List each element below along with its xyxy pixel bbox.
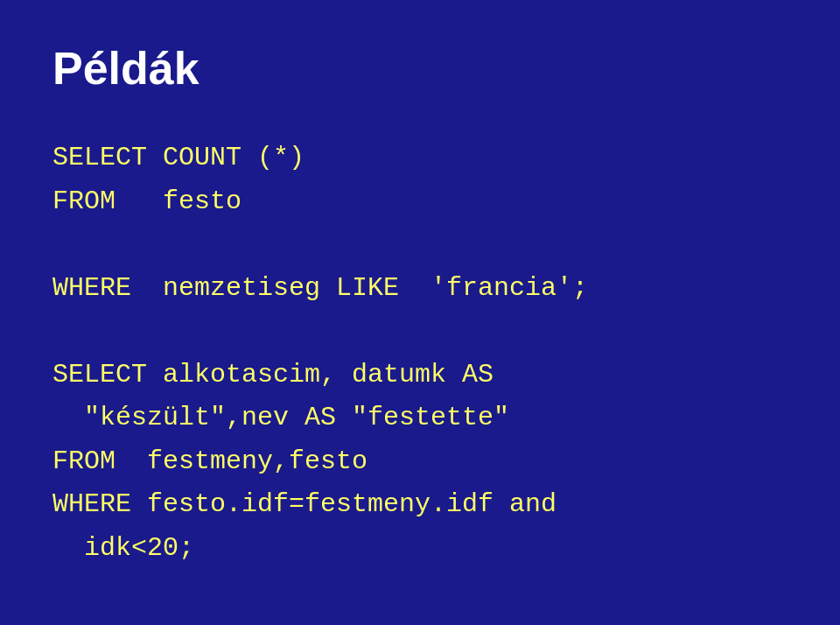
code-block: SELECT COUNT (*) FROM festo WHERE nemzet… bbox=[52, 137, 788, 570]
code-line-6: SELECT alkotascim, datumk AS bbox=[52, 360, 494, 390]
code-line-9: WHERE festo.idf=festmeny.idf and bbox=[52, 489, 556, 519]
code-line-4: WHERE nemzetiseg LIKE 'francia'; bbox=[52, 273, 588, 303]
page-title: Példák bbox=[52, 42, 788, 95]
code-line-8: FROM festmeny,festo bbox=[52, 446, 368, 476]
code-line-2: FROM festo bbox=[52, 186, 242, 216]
page-container: Példák SELECT COUNT (*) FROM festo WHERE… bbox=[0, 0, 840, 625]
code-line-10: idk<20; bbox=[52, 533, 194, 563]
code-line-1: SELECT COUNT (*) bbox=[52, 143, 304, 172]
code-line-7: "készült",nev AS "festette" bbox=[52, 403, 509, 432]
